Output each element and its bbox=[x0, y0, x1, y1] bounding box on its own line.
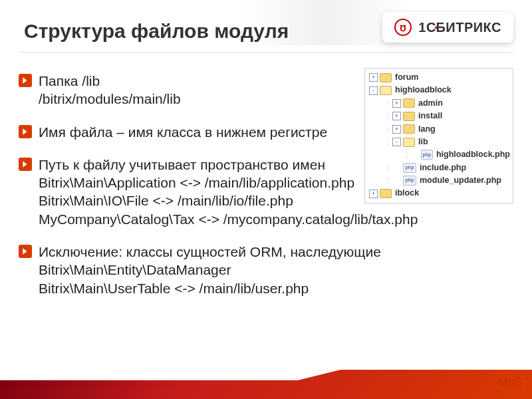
folder-icon bbox=[403, 98, 415, 108]
tree-guide-icon: ⋮ bbox=[385, 176, 391, 186]
footer-stripe bbox=[0, 370, 532, 399]
bullet-item: Исключение: классы сущностей ORM, наслед… bbox=[19, 243, 513, 297]
tree-guide-icon: ⋮ bbox=[385, 98, 391, 109]
bullet-line: Путь к файлу учитывает пространство имен bbox=[39, 156, 418, 174]
bullet-line: Bitrix\Main\Application <-> /main/lib/ap… bbox=[39, 174, 418, 192]
folder-icon bbox=[403, 124, 415, 134]
header-rule bbox=[19, 52, 513, 53]
tree-label: iblock bbox=[395, 187, 419, 200]
bullet-text: Папка /lib/bitrix/modules/main/lib bbox=[39, 72, 181, 108]
tree-guide-icon: ⋮ bbox=[385, 124, 391, 134]
expand-icon[interactable]: + bbox=[369, 190, 378, 198]
expand-icon[interactable]: + bbox=[392, 112, 401, 120]
brand-logo-icon: ʊ bbox=[394, 19, 412, 36]
bullet-line: Bitrix\Main\Entity\DataManager bbox=[39, 261, 381, 279]
header: Структура файлов модуля ʊ 1С·БИТРИКС bbox=[0, 0, 532, 64]
expand-icon[interactable]: + bbox=[392, 99, 401, 108]
bullet-line: Имя файла – имя класса в нижнем регистре bbox=[39, 123, 327, 141]
arrow-icon bbox=[19, 245, 32, 258]
folder-icon bbox=[380, 86, 392, 95]
bullet-text: Исключение: классы сущностей ORM, наслед… bbox=[39, 243, 381, 297]
tree-node: ⋮+lang bbox=[366, 123, 510, 136]
watermark: MyS bbox=[498, 376, 523, 390]
tree-label: highloadblock bbox=[395, 84, 452, 96]
tree-guide-icon: ⋮ bbox=[385, 137, 391, 148]
tree-node: +forum bbox=[366, 71, 510, 84]
tree-label: include.php bbox=[420, 162, 466, 174]
arrow-icon bbox=[19, 74, 32, 87]
php-file-icon: php bbox=[403, 176, 416, 186]
brand-text: 1С·БИТРИКС bbox=[418, 20, 501, 35]
tree-node: ⋮+install bbox=[366, 110, 510, 122]
tree-node: ⋮+admin bbox=[366, 97, 510, 110]
bullet-text: Путь к файлу учитывает пространство имен… bbox=[39, 156, 418, 228]
tree-label: module_updater.php bbox=[420, 174, 501, 187]
tree-node: +iblock bbox=[366, 187, 510, 200]
tree-label: install bbox=[418, 110, 442, 122]
tree-node: ⋮-lib bbox=[366, 136, 510, 148]
tree-guide-icon: ⋮ bbox=[404, 150, 410, 160]
collapse-icon[interactable]: - bbox=[392, 138, 401, 146]
folder-icon bbox=[403, 138, 415, 147]
bullet-line: Bitrix\Main\UserTable <-> /main/lib/user… bbox=[39, 279, 381, 297]
tree-node: ⋮phphighloadblock.php bbox=[366, 148, 510, 161]
content: Папка /lib/bitrix/modules/main/libИмя фа… bbox=[19, 72, 513, 359]
tree-label: highloadblock.php bbox=[436, 148, 510, 161]
expand-icon[interactable]: + bbox=[369, 73, 378, 82]
tree-node: ⋮phpinclude.php bbox=[366, 162, 510, 174]
tree-label: forum bbox=[395, 71, 418, 84]
php-file-icon: php bbox=[403, 163, 416, 173]
tree-label: lib bbox=[418, 136, 428, 148]
folder-icon bbox=[380, 189, 392, 198]
tree-label: lang bbox=[418, 123, 436, 136]
arrow-icon bbox=[19, 158, 32, 171]
php-file-icon: php bbox=[421, 150, 433, 160]
tree-node: ⋮phpmodule_updater.php bbox=[366, 174, 510, 187]
folder-icon bbox=[380, 73, 392, 82]
collapse-icon[interactable]: - bbox=[369, 86, 378, 95]
file-tree: +forum-highloadblock⋮+admin⋮+install⋮+la… bbox=[364, 68, 513, 203]
bullet-line: MyCompany\Catalog\Tax <-> /mycompany.cat… bbox=[39, 210, 418, 228]
tree-label: admin bbox=[418, 97, 443, 110]
brand-badge: ʊ 1С·БИТРИКС bbox=[382, 12, 513, 43]
slide: Структура файлов модуля ʊ 1С·БИТРИКС Пап… bbox=[0, 0, 532, 399]
bullet-line: /bitrix/modules/main/lib bbox=[39, 90, 181, 108]
bullet-line: Исключение: классы сущностей ORM, наслед… bbox=[39, 243, 381, 261]
expand-icon[interactable]: + bbox=[392, 125, 401, 134]
bullet-line: Папка /lib bbox=[39, 72, 181, 90]
bullet-text: Имя файла – имя класса в нижнем регистре bbox=[39, 123, 327, 141]
folder-icon bbox=[403, 112, 415, 121]
tree-guide-icon: ⋮ bbox=[385, 163, 391, 174]
bullet-line: Bitrix\Main\IO\File <-> /main/lib/io/fil… bbox=[39, 192, 418, 209]
tree-node: -highloadblock bbox=[366, 84, 510, 96]
tree-guide-icon: ⋮ bbox=[385, 111, 391, 122]
arrow-icon bbox=[19, 125, 32, 138]
page-title: Структура файлов модуля bbox=[24, 20, 289, 43]
